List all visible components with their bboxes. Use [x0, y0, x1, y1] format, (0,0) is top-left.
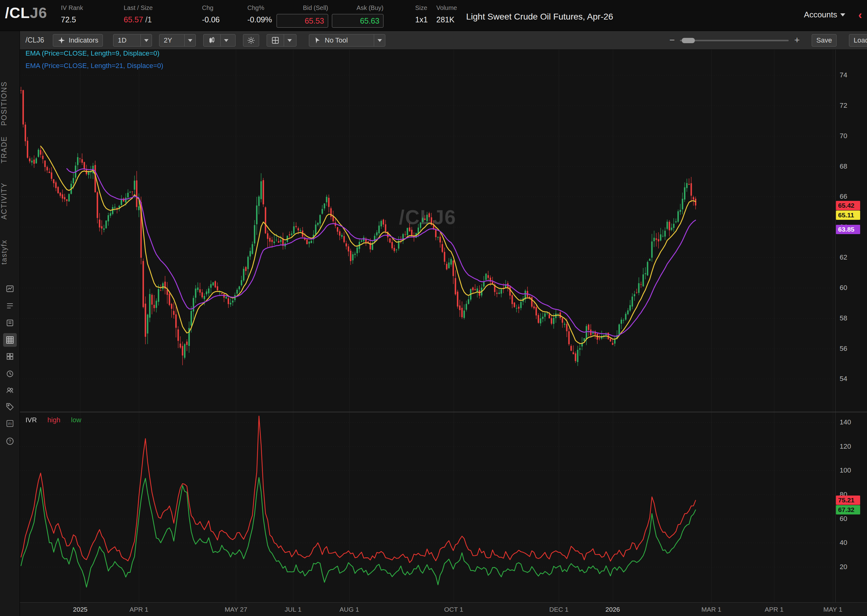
price-axis-tick: 58 — [840, 314, 847, 322]
price-axis-tick: 140 — [840, 418, 851, 426]
sidebar-tab-trade[interactable]: TRADE — [0, 134, 20, 165]
zoom-slider[interactable] — [680, 40, 789, 41]
time-axis-tick: AUG 1 — [331, 606, 368, 613]
ask-value: 65.63 — [360, 16, 380, 25]
zoom-in-button[interactable]: + — [794, 35, 800, 46]
range-dropdown[interactable]: 2Y — [159, 34, 196, 47]
accounts-label: Accounts — [804, 10, 837, 20]
size-field: Size 1x1 — [415, 4, 427, 24]
size-label: Size — [415, 4, 427, 11]
price-axis-tick: 60 — [840, 284, 847, 292]
ivr-chart-canvas[interactable] — [20, 412, 835, 602]
price-axis-tick: 56 — [840, 345, 847, 353]
axis-price-bubble: 67.32 — [836, 505, 860, 514]
price-axis-tick: 62 — [840, 253, 847, 261]
journal-icon[interactable] — [3, 316, 17, 330]
time-axis-tick: MAY 27 — [217, 606, 254, 613]
chevron-down-icon — [840, 13, 845, 16]
help-icon[interactable]: ? — [3, 434, 17, 448]
time-axis-tick: DEC 1 — [540, 606, 577, 613]
last-size-field: Last / Size 65.57 /1 — [124, 4, 153, 24]
price-axis-tick: 68 — [840, 162, 847, 170]
volume-label: Volume — [436, 4, 457, 11]
pane-divider[interactable] — [20, 412, 867, 412]
gear-icon — [247, 36, 255, 44]
chevron-down-icon — [287, 39, 292, 42]
quote-header: /CLJ6 IV Rank 72.5 Last / Size 65.57 /1 … — [0, 0, 867, 31]
collapse-panel-icon[interactable]: ‹ — [858, 9, 862, 22]
save-button[interactable]: Save — [812, 34, 837, 47]
chevron-down-icon — [378, 39, 382, 42]
last-size-value: /1 — [145, 15, 152, 24]
ema21-legend-label: EMA (Price=CLOSE, Length=21, Displace=0) — [25, 60, 163, 72]
history-clock-icon[interactable] — [3, 367, 17, 381]
time-axis-tick: 2026 — [594, 606, 631, 613]
bid-field: Bid (Sell) 65.53 — [277, 4, 328, 28]
sidebar-tab-activity[interactable]: ACTIVITY — [0, 181, 20, 221]
ivr-legend: IVR high low — [25, 416, 90, 424]
zoom-out-button[interactable]: − — [669, 35, 675, 46]
instrument-description: Light Sweet Crude Oil Futures, Apr-26 — [466, 12, 613, 22]
promo-tag-icon[interactable] — [3, 399, 17, 413]
tool-dropdown[interactable]: No Tool — [309, 34, 385, 47]
left-sidebar: POSITIONS TRADE ACTIVITY tastyfx FI — [0, 31, 20, 616]
toolbar-symbol: /CLJ6 — [25, 36, 44, 44]
chevron-down-icon — [144, 39, 148, 42]
bid-label: Bid (Sell) — [277, 4, 328, 11]
symbol-month: J6 — [30, 5, 47, 21]
indicators-sparkle-icon — [57, 36, 66, 44]
follow-traders-icon[interactable] — [3, 383, 17, 397]
size-value: 1x1 — [415, 15, 427, 24]
time-axis-tick: MAR 1 — [693, 606, 730, 613]
axis-price-bubble: 75.21 — [836, 495, 860, 505]
volume-field: Volume 281K — [436, 4, 457, 24]
bid-button[interactable]: 65.53 — [277, 14, 328, 28]
chevron-down-icon — [224, 39, 229, 42]
chg-pct-label: Chg% — [247, 4, 272, 11]
iv-rank-value: 72.5 — [61, 15, 83, 24]
sidebar-tab-positions[interactable]: POSITIONS — [0, 77, 20, 130]
grid-layout-icon — [267, 36, 284, 44]
price-chart-canvas[interactable] — [20, 50, 835, 412]
price-axis-tick: 72 — [840, 102, 847, 110]
axis-price-bubble: 63.85 — [836, 225, 860, 234]
accounts-dropdown[interactable]: Accounts — [804, 10, 845, 20]
price-axis-tick: 66 — [840, 193, 847, 201]
last-value: 65.57 — [124, 15, 143, 24]
chart-preview-icon[interactable] — [3, 282, 17, 295]
layout-dropdown[interactable] — [266, 34, 296, 47]
watchlist-icon[interactable] — [3, 299, 17, 313]
chevron-down-icon — [188, 39, 192, 42]
sidebar-tab-tastyfx[interactable]: tastyfx — [0, 237, 20, 268]
ivr-legend-name: IVR — [25, 416, 37, 424]
chart-toolbar: /CLJ6 Indicators 1D 2Y — [20, 31, 867, 50]
volume-value: 281K — [436, 15, 457, 24]
ask-button[interactable]: 65.63 — [332, 14, 383, 28]
chart-type-dropdown[interactable] — [203, 34, 236, 47]
chg-pct-value: -0.09% — [247, 15, 272, 24]
zoom-slider-handle[interactable] — [682, 38, 695, 43]
load-button[interactable]: Load — [849, 34, 867, 47]
last-size-label: Last / Size — [124, 4, 153, 11]
time-axis-tick: 2025 — [61, 606, 99, 613]
time-axis-tick: APR 1 — [120, 606, 158, 613]
fi-badge-icon[interactable]: FI — [3, 416, 17, 431]
price-axis-tick: 20 — [840, 563, 847, 571]
dashboard-icon[interactable] — [3, 350, 17, 363]
chart-settings-button[interactable] — [243, 34, 259, 47]
ema9-legend-label: EMA (Price=CLOSE, Length=9, Displace=0) — [25, 47, 163, 60]
svg-text:?: ? — [9, 439, 11, 444]
indicators-button[interactable]: Indicators — [53, 34, 103, 47]
axis-divider — [835, 50, 835, 602]
timeframe-dropdown[interactable]: 1D — [113, 34, 152, 47]
chg-label: Chg — [202, 4, 220, 11]
indicator-legend: EMA (Price=CLOSE, Length=9, Displace=0) … — [25, 47, 163, 72]
price-axis-tick: 120 — [840, 442, 851, 451]
chg-field: Chg -0.06 — [202, 4, 220, 24]
ivr-legend-low: low — [71, 416, 81, 424]
tastytrade-app: /CLJ6 IV Rank 72.5 Last / Size 65.57 /1 … — [0, 0, 867, 616]
ask-label: Ask (Buy) — [332, 4, 383, 11]
candlestick-type-icon — [203, 36, 220, 44]
grid-chart-icon[interactable] — [3, 333, 17, 347]
chg-pct-field: Chg% -0.09% — [247, 4, 272, 24]
